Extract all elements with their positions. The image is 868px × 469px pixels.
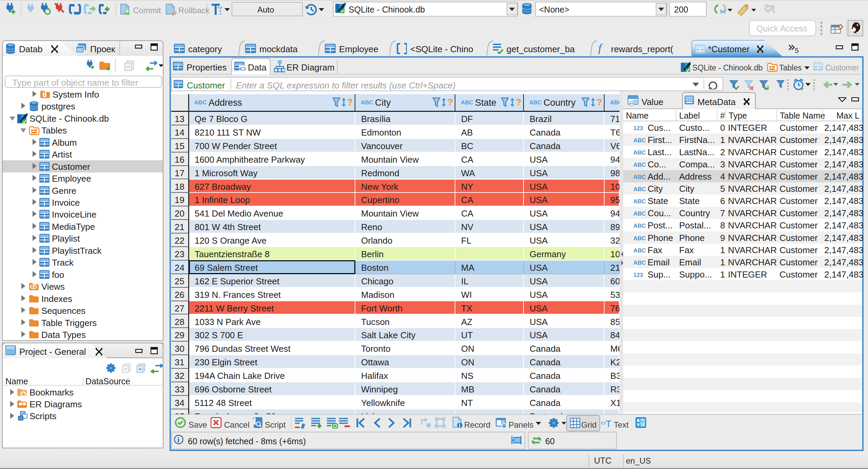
svg-text:5: 5 <box>795 46 799 54</box>
svg-text:ABC: ABC <box>529 99 541 106</box>
svg-text:ABC: ABC <box>194 99 206 106</box>
svg-text:ABC: ABC <box>633 223 646 229</box>
svg-text:ABC: ABC <box>633 186 646 192</box>
svg-text:‹›: ‹› <box>601 419 606 427</box>
svg-text:ABC: ABC <box>633 149 646 156</box>
svg-text:ABC: ABC <box>633 260 646 266</box>
svg-text:123: 123 <box>633 272 643 278</box>
svg-text:ABC: ABC <box>633 137 646 144</box>
svg-text:ABC: ABC <box>633 198 646 205</box>
svg-text:ABC: ABC <box>633 235 646 242</box>
svg-text:ABC: ABC <box>633 247 646 254</box>
svg-text:ABC: ABC <box>633 162 646 168</box>
svg-text:i: i <box>459 422 460 429</box>
svg-text:<>: <> <box>239 65 246 72</box>
svg-text:ABC: ABC <box>633 174 646 180</box>
svg-text:i: i <box>177 435 179 444</box>
svg-text:ABC: ABC <box>633 210 646 217</box>
svg-text:ABC: ABC <box>361 99 373 106</box>
svg-text:f: f <box>598 42 603 54</box>
svg-text:T: T <box>606 419 611 429</box>
svg-text:123: 123 <box>633 125 643 131</box>
svg-text:ABC: ABC <box>461 99 473 106</box>
